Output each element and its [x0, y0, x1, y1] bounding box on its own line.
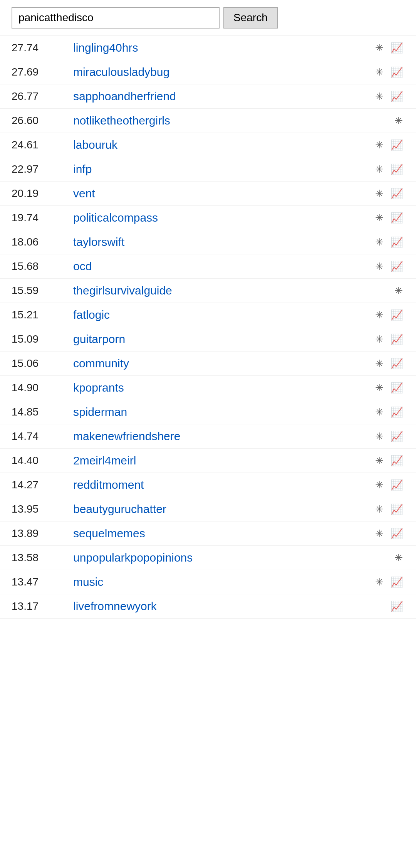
result-name[interactable]: notliketheothergirls [73, 114, 393, 127]
table-row: 13.89sequelmemes✳📈 [0, 521, 416, 546]
search-button[interactable]: Search [223, 7, 278, 29]
result-name[interactable]: fatlogic [73, 308, 374, 321]
result-name[interactable]: lingling40hrs [73, 41, 374, 54]
result-name[interactable]: thegirlsurvivalguide [73, 284, 393, 297]
result-icons: ✳📈 [374, 236, 404, 248]
result-name[interactable]: vent [73, 187, 374, 200]
network-icon[interactable]: ✳ [374, 479, 385, 491]
table-row: 27.74lingling40hrs✳📈 [0, 36, 416, 60]
chart-icon[interactable]: 📈 [389, 528, 404, 539]
chart-icon[interactable]: 📈 [389, 406, 404, 418]
network-icon[interactable]: ✳ [374, 42, 385, 54]
chart-icon[interactable]: 📈 [389, 503, 404, 515]
result-score: 15.06 [12, 357, 73, 370]
result-score: 13.58 [12, 552, 73, 564]
result-score: 18.06 [12, 236, 73, 248]
result-name[interactable]: taylorswift [73, 236, 374, 249]
network-icon[interactable]: ✳ [374, 139, 385, 151]
result-name[interactable]: beautyguruchatter [73, 503, 374, 516]
chart-icon[interactable]: 📈 [389, 42, 404, 54]
chart-icon[interactable]: 📈 [389, 261, 404, 272]
search-bar: Search [0, 0, 416, 36]
network-icon[interactable]: ✳ [374, 431, 385, 442]
result-icons: ✳📈 [374, 212, 404, 224]
network-icon[interactable]: ✳ [393, 115, 404, 126]
chart-icon[interactable]: 📈 [389, 66, 404, 78]
table-row: 27.69miraculousladybug✳📈 [0, 60, 416, 84]
table-row: 15.59thegirlsurvivalguide✳ [0, 279, 416, 303]
network-icon[interactable]: ✳ [374, 212, 385, 224]
network-icon[interactable]: ✳ [374, 91, 385, 102]
result-icons: ✳📈 [374, 42, 404, 54]
network-icon[interactable]: ✳ [374, 528, 385, 539]
result-score: 26.77 [12, 90, 73, 103]
result-score: 26.60 [12, 114, 73, 127]
chart-icon[interactable]: 📈 [389, 479, 404, 491]
result-name[interactable]: sequelmemes [73, 527, 374, 540]
network-icon[interactable]: ✳ [374, 455, 385, 466]
table-row: 13.58unpopularkpopopinions✳ [0, 546, 416, 570]
result-name[interactable]: community [73, 357, 374, 370]
result-name[interactable]: unpopularkpopopinions [73, 551, 393, 564]
result-icons: ✳📈 [374, 309, 404, 321]
result-name[interactable]: labouruk [73, 138, 374, 151]
result-name[interactable]: makenewfriendshere [73, 430, 374, 443]
table-row: 22.97infp✳📈 [0, 157, 416, 182]
chart-icon[interactable]: 📈 [389, 188, 404, 199]
result-name[interactable]: ocd [73, 260, 374, 273]
network-icon[interactable]: ✳ [374, 358, 385, 369]
chart-icon[interactable]: 📈 [389, 139, 404, 151]
network-icon[interactable]: ✳ [374, 576, 385, 588]
result-score: 13.89 [12, 527, 73, 540]
result-icons: ✳📈 [374, 382, 404, 394]
chart-icon[interactable]: 📈 [389, 163, 404, 175]
result-score: 27.74 [12, 42, 73, 54]
result-name[interactable]: music [73, 575, 374, 589]
table-row: 15.06community✳📈 [0, 352, 416, 376]
result-name[interactable]: miraculousladybug [73, 66, 374, 79]
chart-icon[interactable]: 📈 [389, 455, 404, 466]
table-row: 14.74makenewfriendshere✳📈 [0, 424, 416, 449]
chart-icon[interactable]: 📈 [389, 309, 404, 321]
result-icons: ✳📈 [374, 163, 404, 175]
result-score: 15.68 [12, 260, 73, 273]
chart-icon[interactable]: 📈 [389, 333, 404, 345]
network-icon[interactable]: ✳ [393, 285, 404, 296]
network-icon[interactable]: ✳ [374, 406, 385, 418]
result-name[interactable]: infp [73, 163, 374, 176]
result-name[interactable]: sapphoandherfriend [73, 90, 374, 103]
network-icon[interactable]: ✳ [374, 333, 385, 345]
result-name[interactable]: spiderman [73, 405, 374, 419]
network-icon[interactable]: ✳ [374, 236, 385, 248]
network-icon[interactable]: ✳ [393, 552, 404, 564]
chart-icon[interactable]: 📈 [389, 431, 404, 442]
network-icon[interactable]: ✳ [374, 163, 385, 175]
table-row: 13.95beautyguruchatter✳📈 [0, 497, 416, 521]
result-name[interactable]: guitarporn [73, 333, 374, 346]
chart-icon[interactable]: 📈 [389, 212, 404, 224]
network-icon[interactable]: ✳ [374, 503, 385, 515]
network-icon[interactable]: ✳ [374, 309, 385, 321]
chart-icon[interactable]: 📈 [389, 358, 404, 369]
network-icon[interactable]: ✳ [374, 188, 385, 199]
chart-icon[interactable]: 📈 [389, 382, 404, 394]
network-icon[interactable]: ✳ [374, 261, 385, 272]
network-icon[interactable]: ✳ [374, 66, 385, 78]
result-name[interactable]: livefromnewyork [73, 600, 389, 613]
result-name[interactable]: politicalcompass [73, 211, 374, 224]
chart-icon[interactable]: 📈 [389, 601, 404, 612]
result-score: 14.40 [12, 454, 73, 467]
result-name[interactable]: 2meirl4meirl [73, 454, 374, 467]
result-score: 24.61 [12, 139, 73, 151]
chart-icon[interactable]: 📈 [389, 91, 404, 102]
result-score: 22.97 [12, 163, 73, 175]
chart-icon[interactable]: 📈 [389, 576, 404, 588]
result-name[interactable]: redditmoment [73, 478, 374, 491]
search-input[interactable] [12, 7, 220, 29]
result-name[interactable]: kpoprants [73, 381, 374, 394]
chart-icon[interactable]: 📈 [389, 236, 404, 248]
result-score: 20.19 [12, 187, 73, 200]
results-list: 27.74lingling40hrs✳📈27.69miraculousladyb… [0, 36, 416, 619]
network-icon[interactable]: ✳ [374, 382, 385, 394]
table-row: 26.60notliketheothergirls✳ [0, 109, 416, 133]
